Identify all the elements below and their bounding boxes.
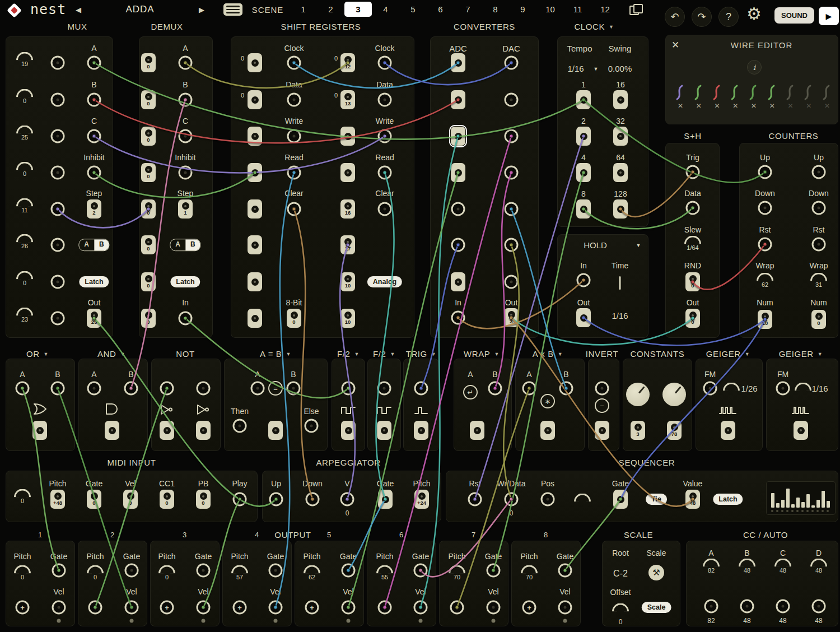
a-x-b-dropdown-icon[interactable]: ▼ [558, 351, 563, 356]
clock-tempo-dropdown-icon[interactable]: ▼ [594, 66, 599, 72]
adc-bit-3[interactable] [451, 127, 465, 146]
axb-a-port[interactable] [522, 382, 536, 396]
mux-in-8[interactable] [51, 312, 65, 326]
mux-in-2[interactable] [51, 93, 65, 107]
scene-button-10[interactable]: 10 [536, 2, 564, 17]
sh-trig-port[interactable] [686, 165, 700, 179]
sr1-data-port[interactable] [287, 93, 301, 107]
sr1-write-port[interactable] [287, 129, 301, 143]
sr2-data-port[interactable] [378, 93, 392, 107]
aeqb-out-port[interactable] [268, 421, 283, 440]
output7-gate-port[interactable] [487, 564, 501, 578]
sr1-read-port[interactable] [287, 166, 301, 180]
output6-pitch-offset-port[interactable]: + [378, 601, 392, 615]
demux-b-port[interactable] [179, 93, 193, 107]
arp-up-port[interactable] [269, 492, 283, 506]
output2-pitch-knob[interactable]: 0 [87, 565, 104, 580]
and-dropdown-icon[interactable]: ▼ [120, 351, 125, 356]
demux-ab-toggle[interactable]: AB [170, 239, 200, 251]
output1-pitch-offset-port[interactable]: + [16, 601, 30, 615]
seq-knob[interactable] [574, 494, 591, 502]
help-button[interactable]: ? [718, 7, 739, 27]
wire-editor-info-icon[interactable]: i [747, 60, 762, 75]
clock-tempo-value[interactable]: 1/16 [567, 64, 584, 73]
output8-pitch-knob[interactable]: 70 [521, 565, 538, 580]
output1-vel-port[interactable] [52, 601, 66, 615]
sound-button[interactable]: SOUND [774, 7, 814, 24]
midi-play-port[interactable] [233, 492, 247, 506]
constant2-out-port[interactable]: 78 [667, 421, 682, 440]
demux-in-2[interactable]: 0 [141, 90, 156, 109]
dac-bit-6[interactable] [505, 238, 519, 252]
seq-pos-port[interactable] [541, 492, 555, 506]
sr1-in-7[interactable] [248, 272, 262, 291]
demux-in-7[interactable]: 0 [141, 272, 156, 291]
wire-slot-9[interactable]: ✕ [820, 84, 834, 109]
sr1-in-4[interactable] [248, 163, 262, 182]
midi-gate-port[interactable]: 0 [87, 490, 101, 509]
output3-pitch-knob[interactable]: 0 [158, 565, 175, 580]
wire-slot-9-delete-icon[interactable]: ✕ [824, 103, 830, 109]
mux-knob-2[interactable]: 0 [16, 89, 33, 104]
output2-gate-port[interactable] [125, 564, 139, 578]
output7-pitch-knob[interactable]: 70 [449, 565, 465, 580]
counter1-rst-port[interactable] [758, 238, 772, 252]
scene-button-1[interactable]: 1 [290, 2, 317, 17]
output8-pitch-offset-port[interactable]: + [522, 601, 536, 615]
sr1-in-6[interactable] [248, 235, 262, 254]
mux-knob-5[interactable]: 11 [16, 198, 33, 213]
scene-button-12[interactable]: 12 [591, 2, 619, 17]
wrap-out-port[interactable] [470, 421, 484, 440]
output4-pitch-offset-port[interactable]: + [233, 601, 247, 615]
mux-in-5[interactable] [51, 202, 65, 216]
demux-in-6[interactable]: 0 [141, 235, 156, 254]
mux-c-port[interactable] [87, 129, 101, 143]
mux-in-7[interactable] [51, 275, 65, 289]
arp-down-port[interactable] [306, 492, 320, 506]
output3-gate-port[interactable] [197, 564, 211, 578]
f-2-dropdown-icon[interactable]: ▼ [390, 351, 395, 356]
or-a-port[interactable] [16, 382, 30, 396]
output4-vel-port[interactable] [269, 601, 283, 615]
wire-slot-4-delete-icon[interactable]: ✕ [732, 103, 738, 109]
scene-button-5[interactable]: 5 [399, 2, 427, 17]
adc-bit-2[interactable] [451, 90, 465, 109]
geiger-dropdown-icon[interactable]: ▼ [745, 351, 750, 356]
mux-in-4[interactable] [51, 166, 65, 180]
settings-gear-icon[interactable]: ⚙ [746, 6, 762, 22]
mux-a-port[interactable] [87, 56, 101, 70]
output3-pitch-offset-port[interactable]: + [160, 601, 174, 615]
wire-slot-3[interactable]: ✕ [710, 84, 725, 109]
hold-dropdown-icon[interactable]: ▼ [636, 243, 641, 248]
cc-d-knob[interactable]: 48 [810, 559, 827, 574]
sr1-in-5[interactable] [248, 199, 262, 219]
and-a-port[interactable] [87, 382, 101, 396]
adc-bit-7[interactable] [451, 272, 465, 291]
dac-bit-2[interactable] [505, 93, 519, 107]
sr2-in-2[interactable]: 13 [340, 90, 355, 109]
sr2-in-5[interactable]: 16 [340, 199, 355, 219]
toggle-option-b[interactable]: B [185, 239, 200, 250]
trig-in-port[interactable] [414, 382, 428, 396]
demux-a-port[interactable] [179, 56, 193, 70]
cc-d-port[interactable] [812, 600, 826, 614]
menu-icon[interactable] [223, 3, 242, 16]
mux-knob-4[interactable]: 0 [16, 162, 33, 177]
scene-button-2[interactable]: 2 [317, 2, 344, 17]
not1-in-port[interactable] [160, 382, 174, 396]
sr1-in-2[interactable] [248, 90, 262, 109]
counter2-down-port[interactable] [812, 201, 826, 215]
dac-bit-4[interactable] [505, 166, 519, 180]
adc-bit-5[interactable] [451, 202, 465, 216]
output3-vel-port[interactable] [197, 601, 211, 615]
seq-rst-port[interactable] [468, 492, 482, 506]
clock-div16-port[interactable] [613, 90, 628, 109]
cc-b-port[interactable] [740, 600, 754, 614]
wire-slot-7[interactable]: ✕ [783, 84, 798, 109]
wire-slot-5-delete-icon[interactable]: ✕ [751, 103, 757, 109]
mux-in-3[interactable] [51, 129, 65, 143]
aeqb-a-port[interactable] [251, 382, 265, 396]
a-b-dropdown-icon[interactable]: ▼ [286, 351, 291, 356]
mux-in-6[interactable] [51, 238, 65, 252]
not2-out-port[interactable] [196, 421, 211, 440]
